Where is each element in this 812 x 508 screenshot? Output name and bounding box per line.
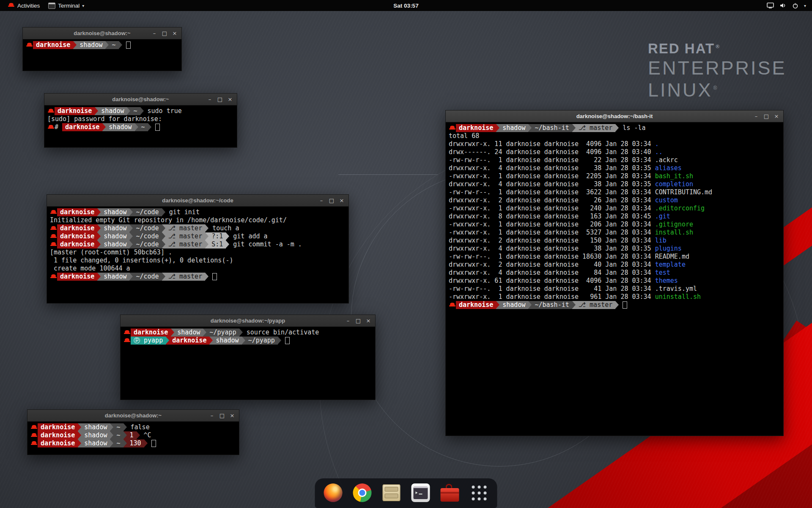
powerline-separator-icon (572, 301, 576, 309)
file-name: aliases (655, 164, 682, 172)
minimize-button[interactable]: – (317, 196, 326, 205)
maximize-button[interactable]: □ (327, 196, 336, 205)
powerline-separator-icon (162, 208, 165, 216)
dock-item-toolbox[interactable] (440, 483, 460, 502)
app-menu-terminal[interactable]: Terminal ▾ (44, 0, 88, 11)
file-attributes: drwxrwxr-x. 4 darknoise darknoise 38 Jan… (449, 164, 655, 172)
dock-item-terminal[interactable] (411, 483, 431, 502)
close-button[interactable]: × (364, 317, 373, 325)
file-attributes: drwx------. 24 darknoise darknoise 4096 … (449, 148, 655, 156)
terminal-cursor (126, 41, 131, 49)
terminal-output-line: total 68 (449, 132, 780, 140)
chrome-icon (353, 483, 372, 502)
powerline-separator-icon (144, 439, 148, 447)
window-titlebar[interactable]: darknoise@shadow:~/bash-it – □ × (446, 110, 783, 122)
system-status-area[interactable]: ▾ (767, 3, 809, 9)
files-icon (383, 484, 401, 501)
file-list-row: -rwxrwxr-x. 1 darknoise darknoise 5327 J… (449, 229, 780, 237)
prompt-segment-host: shadow (213, 337, 241, 345)
dock-item-files[interactable] (382, 483, 401, 502)
command-text: ls -la (619, 124, 645, 132)
terminal-cursor (623, 301, 627, 309)
file-name: . (655, 140, 659, 148)
terminal-prompt-line: darknoiseshadow~ (26, 41, 178, 49)
dock-item-firefox[interactable] (324, 483, 343, 502)
terminal-body[interactable]: darknoiseshadow~ sudo true[sudo] passwor… (44, 105, 237, 148)
dock-item-app-grid[interactable] (469, 483, 489, 502)
activities-button[interactable]: Activities (3, 0, 44, 11)
window-title: darknoise@shadow:~ (27, 412, 239, 419)
dock-item-chrome[interactable] (353, 483, 372, 502)
maximize-button[interactable]: □ (216, 95, 224, 104)
window-titlebar[interactable]: darknoise@shadow:~/pyapp – □ × (121, 315, 375, 327)
powerline-separator-icon (205, 232, 208, 240)
file-attributes: drwxrwxr-x. 2 darknoise darknoise 150 Ja… (449, 237, 655, 244)
powerline-separator-icon (242, 337, 245, 345)
minimize-button[interactable]: – (208, 411, 216, 420)
command-text: git add a (229, 232, 267, 240)
prompt-segment-git: ⎇ master (576, 124, 616, 132)
file-attributes: drwxrwxr-x. 11 darknoise darknoise 4096 … (449, 140, 655, 148)
close-button[interactable]: × (170, 29, 179, 38)
file-list-row: -rwxrwxr-x. 1 darknoise darknoise 961 Ja… (449, 293, 780, 301)
window-titlebar[interactable]: darknoise@shadow:~ – □ × (23, 28, 181, 39)
file-attributes: -rwxrwxr-x. 1 darknoise darknoise 961 Ja… (449, 293, 655, 301)
window-titlebar[interactable]: darknoise@shadow:~/code – □ × (47, 195, 348, 207)
maximize-button[interactable]: □ (218, 411, 226, 420)
powerline-separator-icon (78, 431, 81, 439)
terminal-body[interactable]: darknoiseshadow~ falsedarknoiseshadow~1 … (27, 422, 239, 455)
prompt-segment-exit: 130 (127, 439, 144, 447)
file-list-row: drwx------. 24 darknoise darknoise 4096 … (449, 148, 780, 156)
terminal-prompt-line: darknoiseshadow~ false (30, 423, 236, 431)
file-list-row: -rw-rw-r--. 1 darknoise darknoise 3622 J… (449, 188, 780, 196)
file-name: .gitignore (655, 221, 693, 228)
terminal-output-line: [sudo] password for darknoise: (47, 115, 234, 123)
minimize-button[interactable]: – (150, 29, 159, 38)
prompt-segment-user: darknoise (33, 41, 73, 49)
powerline-separator-icon (78, 439, 81, 447)
close-button[interactable]: × (226, 95, 234, 104)
maximize-button[interactable]: □ (354, 317, 362, 325)
terminal-cursor (212, 273, 217, 280)
terminal-window: darknoise@shadow:~ – □ × darknoiseshadow… (27, 409, 239, 455)
terminal-body[interactable]: darknoiseshadow~/code git initInitialize… (47, 207, 348, 304)
prompt-segment-path: ~ (113, 431, 123, 439)
minimize-button[interactable]: – (752, 112, 760, 121)
minimize-button[interactable]: – (344, 317, 352, 325)
terminal-output-line: [master (root-commit) 50bcb63] . (50, 248, 346, 257)
redhat-prompt-icon (30, 439, 38, 447)
powerline-separator-icon (105, 41, 109, 49)
file-name: .travis.yml (655, 285, 697, 293)
maximize-button[interactable]: □ (160, 29, 169, 38)
root-marker: # (55, 123, 62, 131)
close-button[interactable]: × (228, 411, 236, 420)
powerline-separator-icon (203, 329, 206, 337)
file-name: .. (655, 148, 663, 156)
powerline-separator-icon (528, 301, 532, 309)
close-button[interactable]: × (337, 196, 346, 205)
window-titlebar[interactable]: darknoise@shadow:~ – □ × (44, 94, 237, 105)
redhat-prompt-icon (30, 423, 38, 431)
minimize-button[interactable]: – (206, 95, 214, 104)
file-list-row: -rwxrwxr-x. 1 darknoise darknoise 206 Ja… (449, 221, 780, 229)
powerline-separator-icon (148, 123, 151, 131)
terminal-prompt-line: darknoiseshadow~/bash-it⎇ master (449, 301, 780, 309)
clock[interactable]: Sat 03:57 (393, 3, 418, 9)
file-attributes: -rw-rw-r--. 1 darknoise darknoise 18630 … (449, 253, 655, 260)
terminal-body[interactable]: darknoiseshadow~ (23, 39, 181, 71)
prompt-segment-path: ~/code (133, 240, 162, 248)
file-name: .git (655, 213, 670, 220)
window-titlebar[interactable]: darknoise@shadow:~ – □ × (27, 410, 239, 422)
prompt-segment-host: shadow (101, 208, 129, 216)
redhat-prompt-icon (50, 273, 57, 281)
close-button[interactable]: × (772, 112, 781, 121)
terminal-body[interactable]: darknoiseshadow~/pyapp source bin/activa… (121, 327, 375, 400)
file-attributes: drwxrwxr-x. 4 darknoise darknoise 38 Jan… (449, 180, 655, 188)
power-icon (792, 3, 798, 9)
terminal-body[interactable]: darknoiseshadow~/bash-it⎇ master ls -lat… (446, 122, 783, 436)
maximize-button[interactable]: □ (762, 112, 771, 121)
file-name: README.md (655, 253, 689, 260)
wallpaper-line (338, 174, 438, 175)
prompt-segment-user: darknoise (57, 224, 97, 232)
terminal-window: darknoise@shadow:~/code – □ × darknoises… (47, 194, 349, 304)
